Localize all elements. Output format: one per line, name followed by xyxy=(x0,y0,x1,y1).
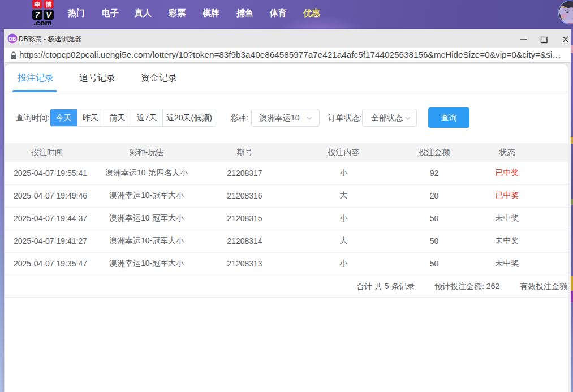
svg-text:DB: DB xyxy=(9,36,16,42)
